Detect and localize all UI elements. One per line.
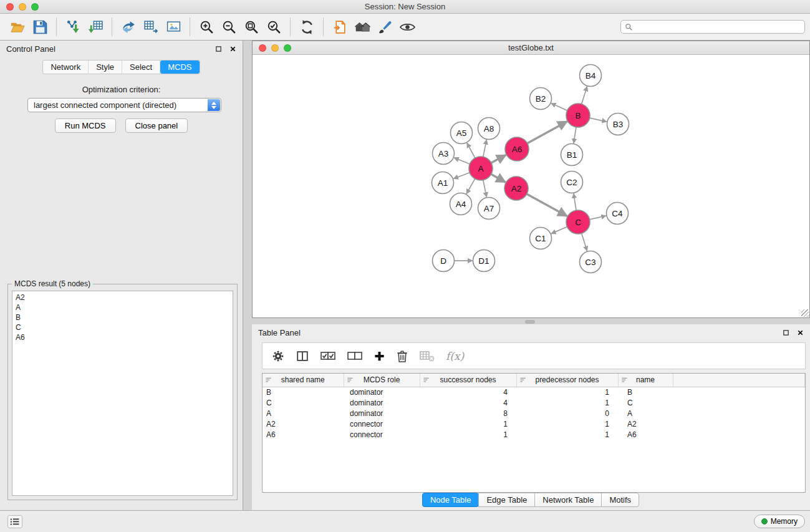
mcds-result-list[interactable]: A2ABCA6: [12, 291, 233, 496]
show-details-button[interactable]: [396, 16, 418, 37]
graph-edge-C-C2[interactable]: [574, 193, 576, 210]
search-field[interactable]: [620, 20, 805, 34]
graph-edge-B-B4[interactable]: [582, 87, 587, 104]
table-settings-button[interactable]: [271, 349, 285, 363]
graph-edge-A-A5[interactable]: [467, 143, 475, 158]
graph-node-D[interactable]: D: [433, 250, 455, 272]
tab-motifs[interactable]: Motifs: [601, 493, 639, 507]
horizontal-scrollbar-thumb[interactable]: [525, 320, 535, 324]
deselect-all-button[interactable]: [347, 349, 363, 363]
column-header-predecessor-nodes[interactable]: predecessor nodes: [516, 374, 618, 387]
graph-edge-A-A1[interactable]: [453, 173, 470, 179]
tab-mcds[interactable]: MCDS: [160, 60, 199, 74]
mcds-result-item[interactable]: A6: [12, 332, 233, 342]
mcds-result-item[interactable]: B: [12, 312, 233, 322]
column-header-mcds-role[interactable]: MCDS role: [344, 374, 420, 387]
show-columns-button[interactable]: [296, 349, 309, 363]
table-row[interactable]: A6connector11A6: [263, 429, 805, 440]
import-table-button[interactable]: [84, 16, 107, 37]
mcds-result-item[interactable]: A2: [12, 293, 233, 302]
tab-style[interactable]: Style: [89, 60, 122, 74]
add-column-button[interactable]: [374, 349, 385, 363]
open-session-button[interactable]: [6, 16, 29, 37]
export-image-button[interactable]: [162, 16, 185, 37]
close-panel-icon[interactable]: [229, 46, 236, 52]
zoom-selected-button[interactable]: [263, 16, 285, 37]
float-panel-icon[interactable]: [783, 329, 789, 336]
memory-button[interactable]: Memory: [754, 515, 805, 528]
zoom-out-button[interactable]: [218, 16, 240, 37]
graph-node-C[interactable]: C: [566, 210, 590, 234]
close-panel-icon[interactable]: [797, 329, 804, 336]
graph-node-B3[interactable]: B3: [607, 114, 629, 135]
tab-network[interactable]: Network: [43, 60, 89, 74]
column-header-name[interactable]: name: [618, 374, 673, 387]
graph-node-C3[interactable]: C3: [580, 251, 602, 273]
delete-column-button[interactable]: [396, 349, 408, 363]
graph-node-A[interactable]: A: [469, 157, 493, 180]
open-document-button[interactable]: [329, 16, 351, 37]
graph-node-B4[interactable]: B4: [580, 65, 602, 87]
tab-network-table[interactable]: Network Table: [534, 493, 602, 507]
graph-edge-A-A6[interactable]: [491, 155, 506, 163]
tab-edge-table[interactable]: Edge Table: [478, 493, 535, 507]
graph-node-B[interactable]: B: [566, 104, 590, 127]
graph-node-A6[interactable]: A6: [505, 137, 529, 161]
show-homes-button[interactable]: [351, 16, 374, 37]
graph-edge-A-A3[interactable]: [454, 158, 470, 164]
graph-edge-B-B3[interactable]: [590, 118, 607, 122]
graph-node-B2[interactable]: B2: [530, 88, 552, 110]
task-history-button[interactable]: [7, 515, 22, 528]
table-row[interactable]: Cdominator41C: [263, 397, 805, 408]
export-table-button[interactable]: [140, 16, 162, 37]
style-brush-button[interactable]: [374, 16, 396, 37]
graph-edge-A6-B[interactable]: [528, 122, 567, 143]
column-header-shared-name[interactable]: shared name: [263, 374, 344, 387]
graph-node-A7[interactable]: A7: [478, 198, 500, 220]
run-mcds-button[interactable]: Run MCDS: [55, 118, 116, 133]
graph-edge-B-B2[interactable]: [551, 104, 567, 111]
graph-edge-A-A4[interactable]: [466, 179, 475, 194]
search-input[interactable]: [635, 22, 801, 31]
zoom-in-button[interactable]: [195, 16, 218, 37]
graph-node-A3[interactable]: A3: [433, 143, 455, 165]
graph-node-A4[interactable]: A4: [450, 193, 472, 215]
graph-edge-A-A7[interactable]: [483, 180, 487, 197]
graph-node-C1[interactable]: C1: [530, 228, 552, 249]
graph-node-A5[interactable]: A5: [451, 122, 473, 144]
select-all-button[interactable]: [320, 349, 336, 363]
export-network-button[interactable]: [117, 16, 140, 37]
graph-edge-C-C1[interactable]: [551, 227, 567, 234]
column-header-successor-nodes[interactable]: successor nodes: [420, 374, 516, 387]
tab-select[interactable]: Select: [122, 60, 160, 74]
zoom-fit-button[interactable]: [240, 16, 263, 37]
float-panel-icon[interactable]: [215, 46, 222, 52]
graph-edge-C-C4[interactable]: [590, 216, 606, 220]
close-panel-button[interactable]: Close panel: [125, 118, 188, 133]
mcds-result-item[interactable]: C: [12, 322, 233, 332]
network-view[interactable]: AA1A2A3A4A5A6A7A8BB1B2B3B4CC1C2C3C4DD1: [253, 55, 809, 317]
table-row[interactable]: A2connector11A2: [263, 418, 805, 429]
table-row[interactable]: Bdominator41B: [263, 387, 805, 397]
criterion-dropdown[interactable]: largest connected component (directed): [27, 98, 221, 112]
graph-node-C4[interactable]: C4: [607, 203, 629, 225]
graph-node-A1[interactable]: A1: [432, 172, 454, 194]
graph-node-A2[interactable]: A2: [504, 177, 528, 200]
graph-node-D1[interactable]: D1: [473, 250, 495, 272]
save-session-button[interactable]: [29, 16, 51, 37]
graph-edge-A-A2[interactable]: [491, 174, 506, 182]
graph-edge-B-B1[interactable]: [574, 127, 576, 143]
graph-node-C2[interactable]: C2: [561, 172, 583, 193]
graph-edge-A2-C[interactable]: [527, 194, 567, 216]
graph-edge-A-A8[interactable]: [483, 140, 487, 157]
network-canvas[interactable]: AA1A2A3A4A5A6A7A8BB1B2B3B4CC1C2C3C4DD1: [253, 55, 809, 317]
tab-node-table[interactable]: Node Table: [422, 493, 480, 507]
graph-edge-C-C3[interactable]: [582, 233, 587, 251]
graph-node-A8[interactable]: A8: [478, 118, 500, 140]
graph-node-B1[interactable]: B1: [561, 144, 583, 166]
mcds-result-item[interactable]: A: [12, 302, 233, 312]
import-network-button[interactable]: [62, 16, 84, 37]
resize-grip[interactable]: [801, 309, 809, 317]
function-builder-button[interactable]: f(x): [446, 350, 464, 362]
table-row[interactable]: Adominator80A: [263, 408, 805, 418]
